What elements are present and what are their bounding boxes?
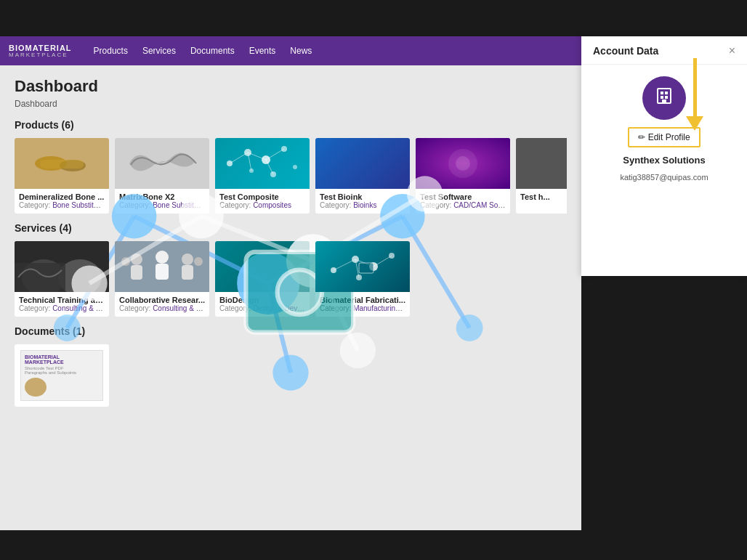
svg-rect-65 [665,92,668,94]
avatar [642,76,686,120]
svg-point-57 [331,267,336,273]
svg-rect-68 [662,100,666,103]
svg-point-58 [352,256,359,263]
svg-rect-62 [359,263,374,273]
panel-header: Account Data × [581,36,747,65]
services-grid: Technical Training an... Category: Consu… [15,241,567,317]
close-button[interactable]: × [729,45,735,57]
arrow-indicator [686,58,703,131]
arrow-shaft [693,58,697,116]
svg-point-61 [356,275,362,280]
svg-rect-67 [665,96,668,99]
account-panel: Account Data × ✏ Edit Profile [581,36,747,276]
service-card-3[interactable]: BioDesign Category: Design & Develo... [215,241,310,317]
svg-rect-66 [661,96,663,99]
account-company-name: Synthex Solutions [623,155,705,166]
panel-body: ✏ Edit Profile Synthex Solutions katig38… [581,65,747,193]
service-card-4-image [315,241,410,292]
svg-line-53 [334,259,355,270]
svg-rect-64 [661,92,663,94]
account-email: katig38857@quipas.com [620,173,708,182]
dashboard-body: Dashboard Dashboard Products (6) Demin [0,65,581,427]
service-card-3-image [215,241,310,292]
arrow-head [686,116,703,131]
main-window: BIOMATERIAL MARKETPLACE Products Service… [0,36,581,530]
svg-point-60 [389,253,395,259]
svg-point-52 [278,270,310,315]
avatar-icon [654,86,674,110]
screen-container: BIOMATERIAL MARKETPLACE Products Service… [0,0,747,560]
panel-title: Account Data [593,45,658,57]
